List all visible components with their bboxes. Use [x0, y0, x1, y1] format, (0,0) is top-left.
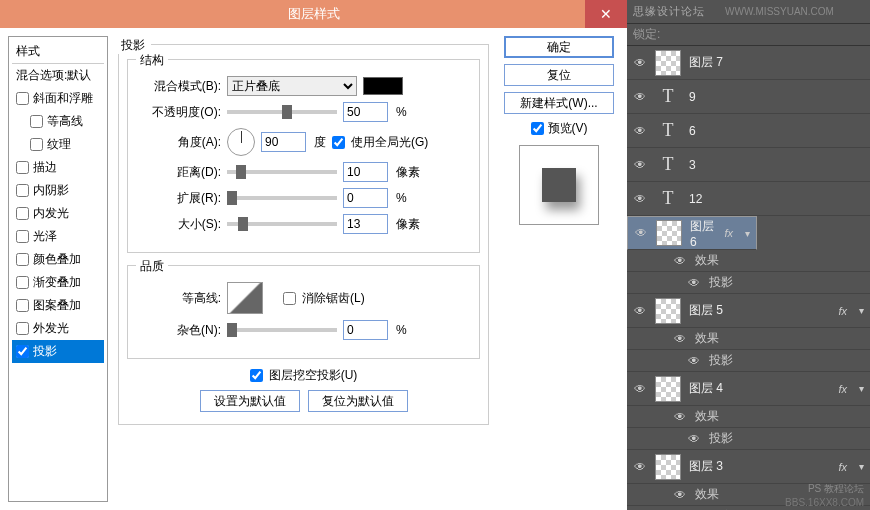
reset-button[interactable]: 复位	[504, 64, 614, 86]
contour-item[interactable]: 等高线	[12, 110, 104, 133]
visibility-icon[interactable]: 👁	[687, 354, 701, 368]
blend-mode-label: 混合模式(B):	[136, 78, 221, 95]
knockout-checkbox[interactable]	[250, 369, 263, 382]
drop-shadow-item[interactable]: 投影	[12, 340, 104, 363]
dialog-buttons: 确定 复位 新建样式(W)... 预览(V)	[499, 36, 619, 502]
visibility-icon[interactable]: 👁	[633, 192, 647, 206]
outer-glow-checkbox[interactable]	[16, 322, 29, 335]
bevel-checkbox[interactable]	[16, 92, 29, 105]
styles-header: 样式	[12, 40, 104, 64]
make-default-button[interactable]: 设置为默认值	[200, 390, 300, 412]
blend-mode-select[interactable]: 正片叠底	[227, 76, 357, 96]
noise-slider[interactable]	[227, 328, 337, 332]
layer-row[interactable]: 👁图层 7	[627, 46, 870, 80]
antialias-checkbox[interactable]	[283, 292, 296, 305]
size-input[interactable]	[343, 214, 388, 234]
visibility-icon[interactable]: 👁	[673, 488, 687, 502]
stroke-item[interactable]: 描边	[12, 156, 104, 179]
layer-row[interactable]: 👁T9	[627, 80, 870, 114]
inner-shadow-item[interactable]: 内阴影	[12, 179, 104, 202]
fx-badge[interactable]: fx	[724, 227, 733, 239]
titlebar[interactable]: 图层样式 ✕	[0, 0, 627, 28]
chevron-down-icon[interactable]: ▾	[745, 228, 750, 239]
visibility-icon[interactable]: 👁	[633, 460, 647, 474]
visibility-icon[interactable]: 👁	[673, 254, 687, 268]
footer-watermark-2: BBS.16XX8.COM	[785, 497, 864, 508]
visibility-icon[interactable]: 👁	[687, 432, 701, 446]
layer-thumbnail	[655, 298, 681, 324]
layer-row[interactable]: 👁T3	[627, 148, 870, 182]
chevron-down-icon[interactable]: ▾	[859, 383, 864, 394]
chevron-down-icon[interactable]: ▾	[859, 305, 864, 316]
noise-input[interactable]	[343, 320, 388, 340]
angle-dial[interactable]	[227, 128, 255, 156]
effect-row[interactable]: 👁投影	[627, 350, 870, 372]
satin-item[interactable]: 光泽	[12, 225, 104, 248]
stroke-checkbox[interactable]	[16, 161, 29, 174]
inner-glow-checkbox[interactable]	[16, 207, 29, 220]
visibility-icon[interactable]: 👁	[633, 304, 647, 318]
satin-checkbox[interactable]	[16, 230, 29, 243]
fx-badge[interactable]: fx	[838, 383, 847, 395]
layer-row[interactable]: 👁T12	[627, 182, 870, 216]
visibility-icon[interactable]: 👁	[633, 124, 647, 138]
visibility-icon[interactable]: 👁	[673, 332, 687, 346]
preview-checkbox[interactable]	[531, 122, 544, 135]
layer-name: 12	[689, 192, 864, 206]
pattern-overlay-item[interactable]: 图案叠加	[12, 294, 104, 317]
preview-swatch	[542, 168, 576, 202]
contour-picker[interactable]	[227, 282, 263, 314]
color-overlay-checkbox[interactable]	[16, 253, 29, 266]
distance-input[interactable]	[343, 162, 388, 182]
visibility-icon[interactable]: 👁	[633, 90, 647, 104]
bevel-item[interactable]: 斜面和浮雕	[12, 87, 104, 110]
texture-checkbox[interactable]	[30, 138, 43, 151]
size-slider[interactable]	[227, 222, 337, 226]
effect-label: 效果	[695, 408, 719, 425]
visibility-icon[interactable]: 👁	[687, 276, 701, 290]
effect-row[interactable]: 👁效果	[627, 406, 870, 428]
color-overlay-item[interactable]: 颜色叠加	[12, 248, 104, 271]
outer-glow-item[interactable]: 外发光	[12, 317, 104, 340]
layer-row[interactable]: 👁图层 3fx▾	[627, 450, 870, 484]
drop-shadow-checkbox[interactable]	[16, 345, 29, 358]
visibility-icon[interactable]: 👁	[633, 56, 647, 70]
opacity-slider[interactable]	[227, 110, 337, 114]
angle-input[interactable]	[261, 132, 306, 152]
inner-shadow-checkbox[interactable]	[16, 184, 29, 197]
inner-glow-item[interactable]: 内发光	[12, 202, 104, 225]
visibility-icon[interactable]: 👁	[633, 382, 647, 396]
shadow-color-swatch[interactable]	[363, 77, 403, 95]
panel-watermark: 思缘设计论坛 WWW.MISSYUAN.COM	[627, 0, 870, 24]
layer-row[interactable]: 👁图层 4fx▾	[627, 372, 870, 406]
visibility-icon[interactable]: 👁	[673, 410, 687, 424]
gradient-overlay-checkbox[interactable]	[16, 276, 29, 289]
spread-input[interactable]	[343, 188, 388, 208]
effect-row[interactable]: 👁效果	[627, 250, 870, 272]
chevron-down-icon[interactable]: ▾	[859, 461, 864, 472]
ok-button[interactable]: 确定	[504, 36, 614, 58]
effect-row[interactable]: 👁投影	[627, 428, 870, 450]
global-light-checkbox[interactable]	[332, 136, 345, 149]
layer-row[interactable]: 👁图层 6fx▾	[627, 216, 757, 250]
close-button[interactable]: ✕	[585, 0, 627, 28]
visibility-icon[interactable]: 👁	[634, 226, 648, 240]
layer-row[interactable]: 👁T6	[627, 114, 870, 148]
fx-badge[interactable]: fx	[838, 461, 847, 473]
texture-item[interactable]: 纹理	[12, 133, 104, 156]
contour-checkbox[interactable]	[30, 115, 43, 128]
blend-defaults-item[interactable]: 混合选项:默认	[12, 64, 104, 87]
effect-row[interactable]: 👁效果	[627, 328, 870, 350]
distance-slider[interactable]	[227, 170, 337, 174]
layer-row[interactable]: 👁图层 5fx▾	[627, 294, 870, 328]
opacity-label: 不透明度(O):	[136, 104, 221, 121]
effect-row[interactable]: 👁投影	[627, 272, 870, 294]
spread-slider[interactable]	[227, 196, 337, 200]
visibility-icon[interactable]: 👁	[633, 158, 647, 172]
gradient-overlay-item[interactable]: 渐变叠加	[12, 271, 104, 294]
reset-default-button[interactable]: 复位为默认值	[308, 390, 408, 412]
new-style-button[interactable]: 新建样式(W)...	[504, 92, 614, 114]
fx-badge[interactable]: fx	[838, 305, 847, 317]
pattern-overlay-checkbox[interactable]	[16, 299, 29, 312]
opacity-input[interactable]	[343, 102, 388, 122]
